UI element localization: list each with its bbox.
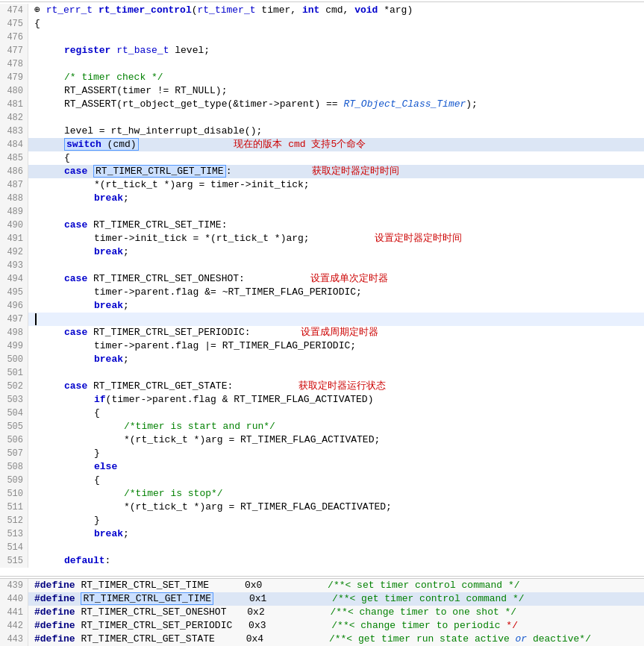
table-row: 498 case RT_TIMER_CTRL_SET_PERIODIC: 设置成… <box>0 326 644 339</box>
line-number: 480 <box>0 84 28 98</box>
table-row: 482 <box>0 111 644 125</box>
table-row: 479 /* timer check */ <box>0 71 644 84</box>
line-content <box>28 111 644 125</box>
line-content: #define RT_TIMER_CTRL_SET_ONESHOT 0x2 /*… <box>28 606 644 619</box>
line-content <box>28 259 644 272</box>
table-row: 502 case RT_TIMER_CTRL_GET_STATE: 获取定时器运… <box>0 380 644 393</box>
line-number: 490 <box>0 219 28 232</box>
line-content: /*timer is stop*/ <box>28 487 644 501</box>
line-number: 482 <box>0 111 28 125</box>
line-number: 484 <box>0 138 28 151</box>
table-row: 474 ⊕ rt_err_t rt_timer_control(rt_timer… <box>0 4 644 17</box>
line-content: break; <box>28 299 644 313</box>
line-content: /* timer check */ <box>28 71 644 84</box>
line-number: 511 <box>0 501 28 514</box>
table-row: 443 #define RT_TIMER_CTRL_GET_STATE 0x4 … <box>0 633 644 646</box>
line-number: 492 <box>0 245 28 259</box>
line-content: if(timer->parent.flag & RT_TIMER_FLAG_AC… <box>28 393 644 407</box>
table-row: 508 else <box>0 460 644 474</box>
line-content: switch (cmd) 现在的版本 cmd 支持5个命令 <box>28 138 644 151</box>
line-number: 491 <box>0 232 28 245</box>
table-row: 512 } <box>0 514 644 527</box>
line-content <box>28 31 644 44</box>
line-content: timer->parent.flag |= RT_TIMER_FLAG_PERI… <box>28 339 644 353</box>
table-row: 483 level = rt_hw_interrupt_disable(); <box>0 125 644 138</box>
table-row: 499 timer->parent.flag |= RT_TIMER_FLAG_… <box>0 339 644 353</box>
table-row: 475 { <box>0 17 644 31</box>
line-number: 503 <box>0 393 28 407</box>
table-row: 507 } <box>0 447 644 460</box>
line-content: #define RT_TIMER_CTRL_SET_PERIODIC 0x3 /… <box>28 619 644 633</box>
line-content: break; <box>28 192 644 205</box>
editor-container: 474 ⊕ rt_err_t rt_timer_control(rt_timer… <box>0 0 644 646</box>
line-number: 474 <box>0 4 28 17</box>
line-number: 497 <box>0 313 28 326</box>
table-row: 484 switch (cmd) 现在的版本 cmd 支持5个命令 <box>0 138 644 151</box>
table-row: 503 if(timer->parent.flag & RT_TIMER_FLA… <box>0 393 644 407</box>
line-number: 504 <box>0 407 28 420</box>
line-number: 496 <box>0 299 28 313</box>
table-row: 491 timer->init_tick = *(rt_tick_t *)arg… <box>0 232 644 245</box>
line-number: 476 <box>0 31 28 44</box>
table-row: 476 <box>0 31 644 44</box>
table-row: 480 RT_ASSERT(timer != RT_NULL); <box>0 84 644 98</box>
line-content: case RT_TIMER_CTRL_SET_TIME: <box>28 219 644 232</box>
table-row: 506 *(rt_tick_t *)arg = RT_TIMER_FLAG_AC… <box>0 433 644 447</box>
table-row: 509 { <box>0 474 644 487</box>
line-number: 442 <box>0 619 28 633</box>
table-row: 515 default: <box>0 554 644 568</box>
code-area[interactable]: 474 ⊕ rt_err_t rt_timer_control(rt_timer… <box>0 4 644 574</box>
line-content: default: <box>28 554 644 568</box>
line-content: { <box>28 17 644 31</box>
line-content: #define RT_TIMER_CTRL_SET_TIME 0x0 /**< … <box>28 579 644 592</box>
line-content: } <box>28 447 644 460</box>
line-content: break; <box>28 245 644 259</box>
line-number: 475 <box>0 17 28 31</box>
table-row: 486 case RT_TIMER_CTRL_GET_TIME: 获取定时器定时… <box>0 165 644 178</box>
line-content: *(rt_tick_t *)arg = RT_TIMER_FLAG_DEACTI… <box>28 501 644 514</box>
line-number: 494 <box>0 272 28 286</box>
line-number: 487 <box>0 178 28 192</box>
line-number: 440 <box>0 592 28 606</box>
table-row: 514 <box>0 541 644 554</box>
table-row: 490 case RT_TIMER_CTRL_SET_TIME: <box>0 219 644 232</box>
line-content: register rt_base_t level; <box>28 44 644 57</box>
line-content: { <box>28 407 644 420</box>
line-number: 507 <box>0 447 28 460</box>
line-number: 500 <box>0 353 28 366</box>
line-number: 515 <box>0 554 28 568</box>
line-content: level = rt_hw_interrupt_disable(); <box>28 125 644 138</box>
line-number: 483 <box>0 125 28 138</box>
line-number: 493 <box>0 259 28 272</box>
line-content: timer->init_tick = *(rt_tick_t *)arg; 设置… <box>28 232 644 245</box>
line-content: case RT_TIMER_CTRL_GET_TIME: 获取定时器定时时间 <box>28 165 644 178</box>
line-number: 505 <box>0 420 28 433</box>
line-number: 510 <box>0 487 28 501</box>
line-number: 477 <box>0 44 28 57</box>
table-row: 481 RT_ASSERT(rt_object_get_type(&timer-… <box>0 98 644 111</box>
line-content: else <box>28 460 644 474</box>
line-content: timer->parent.flag &= ~RT_TIMER_FLAG_PER… <box>28 286 644 299</box>
line-number: 441 <box>0 606 28 619</box>
line-number: 499 <box>0 339 28 353</box>
line-content <box>28 313 644 326</box>
line-number: 495 <box>0 286 28 299</box>
line-content <box>28 366 644 380</box>
table-row: 500 break; <box>0 353 644 366</box>
bottom-section: 439 #define RT_TIMER_CTRL_SET_TIME 0x0 /… <box>0 578 644 646</box>
line-content: break; <box>28 353 644 366</box>
table-row: 439 #define RT_TIMER_CTRL_SET_TIME 0x0 /… <box>0 579 644 592</box>
line-number: 488 <box>0 192 28 205</box>
line-content: case RT_TIMER_CTRL_SET_PERIODIC: 设置成周期定时… <box>28 326 644 339</box>
table-row: 513 break; <box>0 527 644 541</box>
line-number: 512 <box>0 514 28 527</box>
line-content: case RT_TIMER_CTRL_SET_ONESHOT: 设置成单次定时器 <box>28 272 644 286</box>
line-content: case RT_TIMER_CTRL_GET_STATE: 获取定时器运行状态 <box>28 380 644 393</box>
line-content: *(rt_tick_t *)arg = timer->init_tick; <box>28 178 644 192</box>
line-content: #define RT_TIMER_CTRL_GET_TIME 0x1 /**< … <box>28 592 644 606</box>
line-content: } <box>28 514 644 527</box>
table-row: 441 #define RT_TIMER_CTRL_SET_ONESHOT 0x… <box>0 606 644 619</box>
line-number: 443 <box>0 633 28 646</box>
table-row: 492 break; <box>0 245 644 259</box>
line-number: 481 <box>0 98 28 111</box>
